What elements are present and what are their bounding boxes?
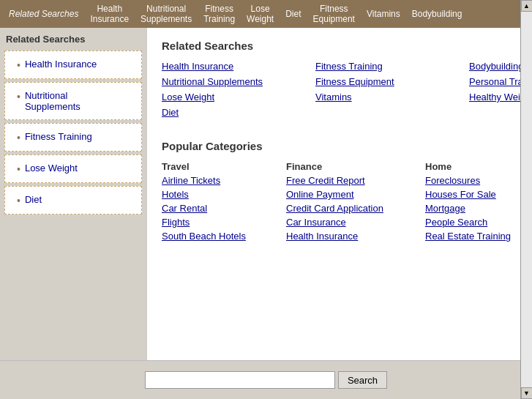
link-diet[interactable]: Diet — [162, 107, 308, 118]
bullet-icon: • — [17, 132, 20, 143]
nav-fitness-training[interactable]: FitnessTraining — [198, 1, 241, 27]
main-content: Related Searches Health Insurance Fitnes… — [146, 28, 532, 360]
link-mortgage[interactable]: Mortgage — [425, 203, 532, 214]
related-searches-title: Related Searches — [162, 40, 532, 52]
sidebar-item-lose-weight[interactable]: • Lose Weight — [4, 154, 142, 183]
home-column: Home Foreclosures Houses For Sale Mortga… — [425, 161, 532, 245]
bullet-icon: • — [17, 163, 20, 175]
link-health-insurance[interactable]: Health Insurance — [162, 61, 308, 72]
link-car-rental[interactable]: Car Rental — [162, 203, 279, 214]
bullet-icon: • — [17, 91, 20, 102]
sidebar-item-health-insurance[interactable]: • Health Insurance — [4, 51, 142, 79]
popular-categories-section: Popular Categories Travel Airline Ticket… — [162, 140, 532, 245]
nav-nutritional-supplements[interactable]: NutritionalSupplements — [135, 1, 198, 27]
related-links-grid: Health Insurance Fitness Training Bodybu… — [162, 61, 532, 118]
nav-related-searches[interactable]: Related Searches — [3, 6, 84, 22]
sidebar-item-fitness-training[interactable]: • Fitness Training — [4, 123, 142, 152]
search-button[interactable]: Search — [338, 371, 387, 389]
sidebar-label-health-insurance: Health Insurance — [25, 59, 97, 70]
nav-lose-weight[interactable]: LoseWeight — [241, 1, 280, 27]
nav-vitamins[interactable]: Vitamins — [361, 6, 406, 22]
empty-cell-1 — [315, 107, 462, 118]
link-foreclosures[interactable]: Foreclosures — [425, 175, 532, 186]
sidebar-label-fitness-training: Fitness Training — [25, 131, 92, 142]
nav-diet[interactable]: Diet — [280, 6, 307, 22]
bullet-icon: • — [17, 195, 20, 206]
link-nutritional-supplements[interactable]: Nutritional Supplements — [162, 76, 308, 87]
link-real-estate-training[interactable]: Real Estate Training — [425, 231, 532, 242]
nav-health-insurance[interactable]: HealthInsurance — [84, 1, 135, 27]
link-car-insurance[interactable]: Car Insurance — [286, 217, 418, 228]
nav-bodybuilding[interactable]: Bodybuilding — [406, 6, 468, 22]
link-free-credit-report[interactable]: Free Credit Report — [286, 175, 418, 186]
scroll-track[interactable] — [521, 28, 532, 360]
home-header: Home — [425, 161, 532, 172]
top-navigation: Related Searches HealthInsurance Nutriti… — [0, 0, 532, 28]
link-flights[interactable]: Flights — [162, 217, 279, 228]
sidebar-label-lose-weight: Lose Weight — [25, 163, 78, 174]
sidebar-item-nutritional-supplements[interactable]: • NutritionalSupplements — [4, 82, 142, 120]
sidebar-label-nutritional-supplements: NutritionalSupplements — [25, 90, 80, 112]
finance-column: Finance Free Credit Report Online Paymen… — [286, 161, 418, 245]
search-bar: Search — [0, 360, 532, 399]
travel-column: Travel Airline Tickets Hotels Car Rental… — [162, 161, 279, 245]
nav-fitness-equipment[interactable]: FitnessEquipment — [307, 1, 361, 27]
link-people-search[interactable]: People Search — [425, 217, 532, 228]
sidebar-item-diet[interactable]: • Diet — [4, 186, 142, 215]
link-online-payment[interactable]: Online Payment — [286, 189, 418, 200]
link-credit-card-application[interactable]: Credit Card Application — [286, 203, 418, 214]
link-lose-weight[interactable]: Lose Weight — [162, 92, 308, 102]
link-houses-for-sale[interactable]: Houses For Sale — [425, 189, 532, 200]
link-vitamins[interactable]: Vitamins — [315, 92, 462, 102]
bullet-icon: • — [17, 59, 20, 71]
link-airline-tickets[interactable]: Airline Tickets — [162, 175, 279, 186]
link-fitness-training[interactable]: Fitness Training — [315, 61, 462, 72]
search-input[interactable] — [145, 371, 335, 389]
link-hotels[interactable]: Hotels — [162, 189, 279, 200]
link-health-insurance-finance[interactable]: Health Insurance — [286, 231, 418, 242]
finance-header: Finance — [286, 161, 418, 172]
travel-header: Travel — [162, 161, 279, 172]
sidebar-label-diet: Diet — [25, 194, 42, 205]
main-wrapper: Related Searches • Health Insurance • Nu… — [0, 28, 532, 360]
link-south-beach-hotels[interactable]: South Beach Hotels — [162, 231, 279, 242]
sidebar: Related Searches • Health Insurance • Nu… — [0, 28, 146, 360]
scrollbar[interactable]: ▲ ▼ — [520, 28, 532, 360]
popular-categories-title: Popular Categories — [162, 140, 532, 152]
sidebar-title: Related Searches — [4, 34, 142, 45]
link-fitness-equipment[interactable]: Fitness Equipment — [315, 76, 462, 87]
popular-grid: Travel Airline Tickets Hotels Car Rental… — [162, 161, 532, 245]
